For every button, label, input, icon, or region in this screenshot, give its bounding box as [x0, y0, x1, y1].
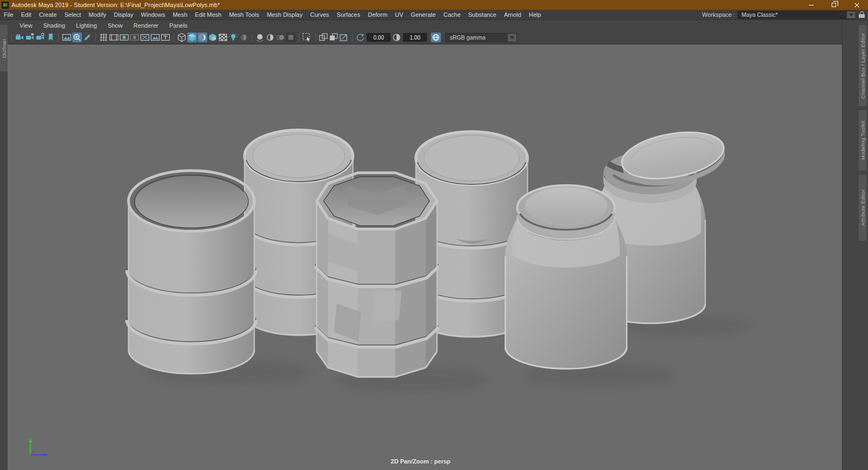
tab-modeling-toolkit[interactable]: Modeling Toolkit — [859, 110, 866, 171]
model-crumpled-barrel[interactable] — [315, 173, 439, 377]
wireframe-icon[interactable] — [178, 34, 186, 42]
gate-mask-icon[interactable] — [131, 35, 139, 40]
grease-pencil-icon[interactable] — [84, 35, 91, 41]
menu-arnold[interactable]: Arnold — [500, 11, 525, 18]
smooth-shade-icon[interactable] — [187, 33, 197, 42]
restore-button[interactable] — [822, 0, 845, 10]
view-transform-select[interactable]: sRGB gamma — [445, 33, 517, 42]
anti-aliasing-icon[interactable] — [267, 35, 273, 41]
menu-mesh-tools[interactable]: Mesh Tools — [225, 11, 263, 18]
model-jar-recessed-lid[interactable] — [505, 185, 627, 369]
image-plane-icon[interactable] — [63, 35, 71, 41]
close-button[interactable] — [845, 0, 868, 10]
panel-menu-renderer[interactable]: Renderer — [128, 22, 164, 29]
maya-app-icon: M — [2, 2, 9, 9]
safe-title-icon[interactable] — [162, 35, 170, 41]
2d-pan-zoom-icon[interactable] — [72, 33, 82, 42]
viewport-3d[interactable]: 2D Pan/Zoom : persp — [8, 44, 842, 470]
grid-icon[interactable] — [100, 34, 107, 41]
window-title: Autodesk Maya 2019 - Student Version: E:… — [11, 2, 220, 8]
maya-window: M Autodesk Maya 2019 - Student Version: … — [0, 0, 868, 470]
menu-edit[interactable]: Edit — [17, 11, 35, 18]
tab-outliner[interactable]: Outliner — [0, 25, 8, 72]
resolution-gate-icon[interactable] — [120, 35, 129, 40]
menu-file[interactable]: File — [0, 11, 17, 18]
panel-menu: View Shading Lighting Show Renderer Pane… — [8, 20, 842, 31]
menu-create[interactable]: Create — [35, 11, 61, 18]
panel-menu-panels[interactable]: Panels — [164, 22, 193, 29]
menu-substance[interactable]: Substance — [464, 11, 500, 18]
hud-pan-zoom-label: 2D Pan/Zoom : persp — [391, 458, 450, 465]
panel-menu-lighting[interactable]: Lighting — [71, 22, 103, 29]
menu-bar: File Edit Create Select Modify Display W… — [0, 10, 868, 20]
color-management-icon[interactable] — [431, 33, 441, 42]
ambient-occlusion-icon[interactable] — [257, 34, 263, 41]
minimize-button[interactable] — [800, 0, 822, 10]
menu-deform[interactable]: Deform — [364, 11, 391, 18]
panel-menu-shading[interactable]: Shading — [38, 22, 71, 29]
motion-blur-icon[interactable] — [276, 35, 284, 40]
lock-icon[interactable] — [859, 11, 865, 18]
contrast-icon[interactable] — [393, 34, 400, 41]
chevron-down-icon[interactable] — [847, 11, 856, 18]
restore-icon — [832, 3, 836, 7]
menu-select[interactable]: Select — [61, 11, 85, 18]
textured-icon[interactable] — [197, 33, 207, 42]
scene-canvas — [8, 44, 842, 470]
view-axis-gizmo — [22, 433, 56, 461]
camera-settings-icon[interactable] — [26, 34, 34, 40]
menu-display[interactable]: Display — [110, 11, 137, 18]
use-default-material-icon[interactable] — [209, 34, 216, 41]
menu-uv[interactable]: UV — [391, 11, 407, 18]
field-chart-icon[interactable] — [141, 35, 149, 41]
left-panel-strip: Outliner — [0, 20, 8, 470]
viewport-icon-bar: 0.00 1.00 sRGB gamma — [8, 31, 842, 44]
right-panel-strip: Channel Box / Layer Editor Modeling Tool… — [842, 20, 868, 470]
exposure-refresh-icon[interactable] — [357, 34, 363, 41]
menu-generate[interactable]: Generate — [407, 11, 439, 18]
isolate-selected-icon[interactable] — [330, 34, 337, 41]
exposure-field[interactable]: 0.00 — [367, 33, 391, 42]
shadows-icon[interactable] — [241, 35, 247, 41]
menu-cache[interactable]: Cache — [439, 11, 464, 18]
workspace-dropdown[interactable]: Maya Classic* — [738, 11, 856, 19]
tab-attribute-editor[interactable]: Attribute Editor — [859, 175, 866, 241]
workspace-value: Maya Classic* — [742, 11, 778, 18]
safe-action-icon[interactable] — [151, 35, 159, 41]
select-icon[interactable] — [303, 34, 311, 42]
menu-mesh-display[interactable]: Mesh Display — [263, 11, 307, 18]
panel-toolbar: View Shading Lighting Show Renderer Pane… — [8, 20, 842, 44]
camera-icon[interactable] — [16, 34, 23, 40]
menu-curves[interactable]: Curves — [307, 11, 333, 18]
gamma-field[interactable]: 1.00 — [403, 33, 427, 42]
chevron-down-icon[interactable] — [508, 34, 516, 42]
view-transform-value: sRGB gamma — [450, 34, 486, 41]
workspace-label: Workspace : — [702, 11, 735, 18]
film-gate-icon[interactable] — [110, 35, 118, 40]
model-open-barrel[interactable] — [127, 171, 256, 374]
menu-surfaces[interactable]: Surfaces — [333, 11, 364, 18]
title-bar[interactable]: M Autodesk Maya 2019 - Student Version: … — [0, 0, 868, 10]
minimize-icon — [809, 5, 814, 5]
menu-windows[interactable]: Windows — [137, 11, 169, 18]
panel-menu-show[interactable]: Show — [103, 22, 129, 29]
wireframe-on-shaded-icon[interactable] — [219, 34, 227, 41]
menu-help[interactable]: Help — [525, 11, 545, 18]
menu-mesh[interactable]: Mesh — [169, 11, 191, 18]
isolate-select-icon[interactable] — [320, 34, 327, 41]
menu-edit-mesh[interactable]: Edit Mesh — [191, 11, 225, 18]
panel-menu-view[interactable]: View — [14, 22, 38, 29]
depth-of-field-icon[interactable] — [286, 33, 296, 42]
camera-attributes-icon[interactable] — [36, 33, 44, 40]
menu-modify[interactable]: Modify — [85, 11, 110, 18]
tab-channel-box-layer-editor[interactable]: Channel Box / Layer Editor — [859, 25, 866, 106]
x-ray-icon[interactable] — [340, 35, 347, 41]
bookmark-icon[interactable] — [49, 34, 53, 41]
lighting-icon[interactable] — [229, 33, 238, 40]
close-icon — [854, 2, 860, 8]
